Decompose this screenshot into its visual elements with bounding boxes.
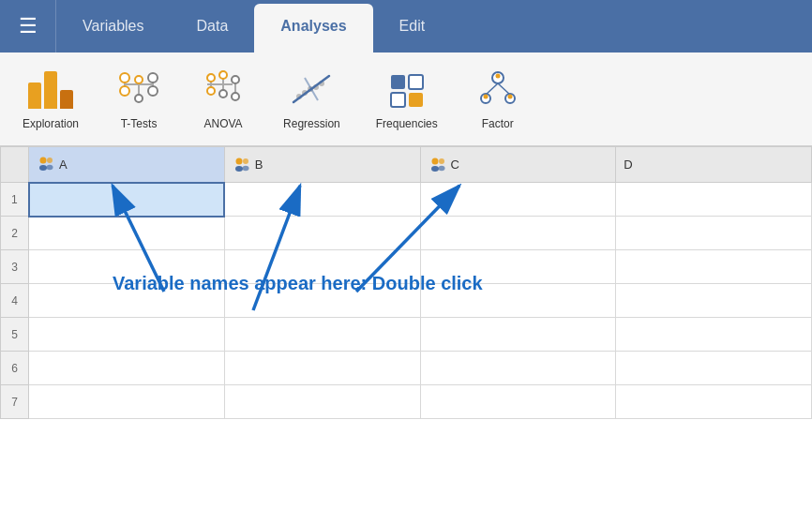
cell-4-C[interactable] [420,284,616,318]
cell-3-C[interactable] [420,250,616,284]
svg-point-8 [135,76,143,83]
ttests-icon [115,70,162,110]
svg-point-47 [431,158,438,164]
cell-2-C[interactable] [420,217,616,250]
svg-point-15 [219,71,227,79]
svg-point-36 [495,73,500,78]
bar2 [44,71,57,109]
svg-point-45 [243,158,248,164]
row-num-4: 4 [1,284,29,318]
col-header-B[interactable]: B [224,147,420,183]
row-num-6: 6 [1,352,29,385]
toolbar-regression[interactable]: Regression [270,63,353,136]
menu-button[interactable]: ☰ [0,0,56,52]
cell-7-C[interactable] [420,385,616,419]
cell-5-A[interactable] [29,318,225,352]
svg-point-43 [235,158,242,164]
svg-point-44 [235,166,243,172]
svg-point-46 [242,165,248,171]
cell-2-A[interactable] [29,217,225,250]
svg-point-41 [47,158,53,163]
svg-point-50 [438,165,444,171]
cell-4-D[interactable] [616,284,812,318]
svg-point-13 [207,87,215,95]
cell-7-B[interactable] [224,385,420,419]
row-num-1: 1 [1,183,29,217]
row-num-3: 3 [1,250,29,284]
regression-label: Regression [283,117,340,130]
regression-icon [288,70,335,110]
svg-line-32 [486,83,498,95]
col-header-A[interactable]: A [29,147,225,183]
tab-variables[interactable]: Variables [56,0,171,52]
cell-5-C[interactable] [420,318,616,352]
svg-point-49 [439,158,444,164]
table-row: 2 [1,217,812,250]
toolbar-factor[interactable]: Factor [460,63,535,136]
cell-7-A[interactable] [29,385,225,419]
table-row: 4 [1,284,812,318]
cell-6-B[interactable] [224,352,420,385]
svg-point-19 [232,93,239,100]
table-row: 3 [1,250,812,284]
svg-line-33 [498,83,510,95]
svg-rect-27 [391,75,405,89]
cell-4-A[interactable] [29,284,225,318]
cell-1-D[interactable] [616,183,812,217]
toolbar: Exploration T-Tests [0,52,812,146]
frequencies-icon-area [383,68,431,112]
col-header-C[interactable]: C [420,147,616,183]
cell-3-A[interactable] [29,250,225,284]
svg-point-6 [148,86,158,96]
frequencies-icon [383,70,430,110]
row-num-5: 5 [1,318,29,352]
table-row: 7 [1,385,812,419]
svg-point-3 [120,73,129,82]
col-B-icon [233,157,251,173]
tab-analyses[interactable]: Analyses [254,4,372,52]
cell-5-B[interactable] [224,318,420,352]
cell-5-D[interactable] [616,318,812,352]
cell-6-D[interactable] [616,352,812,385]
svg-point-16 [219,90,227,98]
svg-point-38 [507,94,512,98]
frequencies-label: Frequencies [376,117,438,130]
cell-7-D[interactable] [616,385,812,419]
svg-point-9 [135,95,143,102]
bar3 [60,90,73,109]
nav-bar: ☰ Variables Data Analyses Edit [0,0,812,52]
tab-data[interactable]: Data [171,0,255,52]
col-C-icon [429,157,447,173]
cell-1-A[interactable] [29,183,225,217]
cell-4-B[interactable] [224,284,420,318]
col-A-icon [37,156,55,172]
table-row: 5 [1,318,812,352]
toolbar-frequencies[interactable]: Frequencies [363,63,451,136]
exploration-label: Exploration [23,117,79,130]
cell-3-D[interactable] [616,250,812,284]
svg-rect-28 [409,75,423,89]
row-num-2: 2 [1,217,29,250]
svg-point-48 [431,166,439,172]
cell-2-D[interactable] [616,217,812,250]
cell-2-B[interactable] [224,217,420,250]
toolbar-exploration[interactable]: Exploration [9,63,92,136]
cell-6-A[interactable] [29,352,225,385]
cell-3-B[interactable] [224,250,420,284]
ttests-icon-area [114,68,163,112]
spreadsheet: A B [0,146,812,419]
anova-icon-area [199,68,248,112]
svg-point-39 [40,158,47,164]
svg-point-40 [39,165,47,171]
anova-label: ANOVA [203,117,242,130]
tab-edit[interactable]: Edit [373,0,452,52]
toolbar-anova[interactable]: ANOVA [186,63,261,136]
col-header-D[interactable]: D [616,147,812,183]
exploration-icon-area [26,68,75,112]
toolbar-ttests[interactable]: T-Tests [101,63,176,136]
table-row: 6 [1,352,812,385]
cell-1-C[interactable] [420,183,616,217]
cell-1-B[interactable] [224,183,420,217]
spreadsheet-wrapper: A B [0,146,812,510]
cell-6-C[interactable] [420,352,616,385]
